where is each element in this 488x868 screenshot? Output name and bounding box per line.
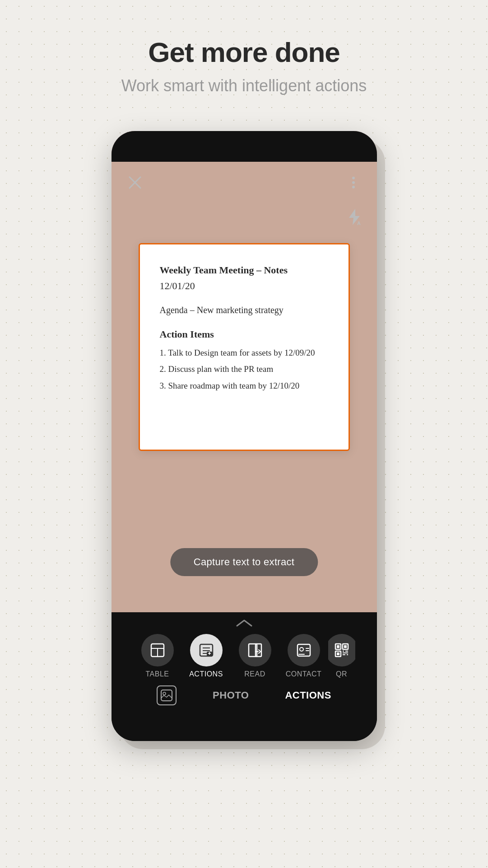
camera-bottom-bar: TABLE ACT	[112, 612, 377, 741]
camera-ui: A Weekly Team Meeting – Notes 12/01/20 A…	[112, 162, 377, 612]
camera-mode-row: TABLE ACT	[112, 628, 377, 678]
actions-tab-label: ACTIONS	[285, 690, 331, 701]
doc-title: Weekly Team Meeting – Notes	[160, 263, 329, 277]
read-icon-circle	[239, 634, 271, 666]
mode-read[interactable]: READ	[231, 634, 279, 678]
swipe-up-indicator	[112, 612, 377, 628]
svg-point-3	[352, 181, 355, 184]
svg-rect-26	[337, 645, 339, 648]
contact-mode-label: CONTACT	[286, 670, 322, 678]
tab-photo[interactable]: PHOTO	[213, 690, 249, 701]
mode-actions[interactable]: ACTIONS	[182, 634, 231, 678]
document-capture-box: Weekly Team Meeting – Notes 12/01/20 Age…	[139, 243, 350, 451]
doc-action-items-title: Action Items	[160, 327, 329, 342]
tab-actions[interactable]: ACTIONS	[285, 690, 331, 701]
svg-text:A: A	[357, 221, 361, 226]
table-icon-circle	[141, 634, 174, 666]
qr-icon-circle	[328, 634, 355, 666]
actions-icon-circle	[190, 634, 223, 666]
camera-tab-bar: PHOTO ACTIONS	[112, 678, 377, 705]
actions-mode-label: ACTIONS	[189, 670, 223, 678]
phone-mockup: A Weekly Team Meeting – Notes 12/01/20 A…	[112, 131, 377, 741]
top-section: Get more done Work smart with intelligen…	[0, 0, 488, 113]
phone-frame: A Weekly Team Meeting – Notes 12/01/20 A…	[112, 131, 377, 741]
svg-point-37	[163, 692, 166, 695]
capture-button[interactable]: Capture text to extract	[170, 548, 318, 576]
doc-agenda: Agenda – New marketing strategy	[160, 303, 329, 317]
mode-qr[interactable]: QR	[328, 634, 355, 678]
svg-rect-30	[337, 652, 339, 655]
gallery-button[interactable]	[157, 685, 177, 705]
svg-rect-36	[161, 690, 172, 701]
svg-point-4	[352, 186, 355, 188]
camera-top-controls	[112, 162, 377, 193]
close-button[interactable]	[124, 172, 146, 193]
doc-date: 12/01/20	[160, 278, 329, 293]
mode-contact[interactable]: CONTACT	[279, 634, 328, 678]
page-title: Get more done	[0, 36, 488, 68]
doc-item-3: 3. Share roadmap with team by 12/10/20	[160, 379, 329, 393]
svg-rect-28	[344, 645, 347, 648]
phone-top-bar	[112, 131, 377, 162]
more-options-button[interactable]	[343, 172, 364, 193]
table-mode-label: TABLE	[146, 670, 169, 678]
page-subtitle: Work smart with intelligent actions	[0, 76, 488, 95]
doc-item-2: 2. Discuss plan with the PR team	[160, 362, 329, 376]
photo-tab-label: PHOTO	[213, 690, 249, 701]
flash-icon-container[interactable]: A	[344, 207, 364, 229]
contact-icon-circle	[288, 634, 320, 666]
doc-item-1: 1. Talk to Design team for assets by 12/…	[160, 346, 329, 360]
read-mode-label: READ	[244, 670, 265, 678]
qr-mode-label: QR	[336, 670, 347, 678]
svg-point-21	[300, 647, 303, 651]
mode-table[interactable]: TABLE	[133, 634, 182, 678]
camera-view: A Weekly Team Meeting – Notes 12/01/20 A…	[112, 131, 377, 612]
svg-point-2	[352, 177, 355, 179]
